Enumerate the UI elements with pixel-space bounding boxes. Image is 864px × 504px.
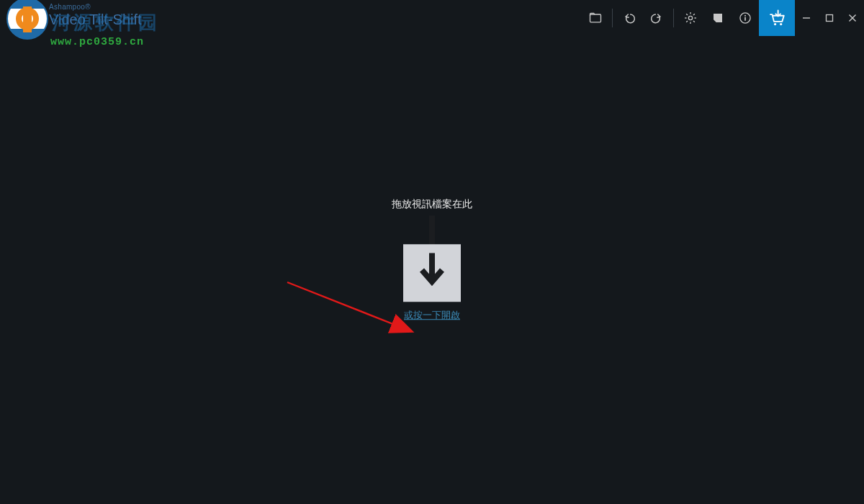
info-button[interactable] (732, 0, 759, 36)
drop-target-box[interactable] (403, 244, 461, 302)
maximize-icon (825, 14, 834, 22)
close-button[interactable] (841, 0, 864, 36)
app-group (677, 0, 759, 36)
shop-button[interactable] (759, 0, 795, 36)
separator (612, 9, 613, 27)
svg-rect-20 (744, 17, 746, 21)
svg-point-21 (774, 23, 776, 25)
maximize-button[interactable] (818, 0, 841, 36)
close-icon (848, 14, 857, 22)
svg-point-9 (688, 16, 692, 19)
cart-download-icon (768, 9, 786, 27)
window-controls (795, 0, 864, 36)
titlebar: Ashampoo® Video Tilt-Shift 河源软件园 www.pc0… (0, 0, 864, 36)
download-into-tray-icon (412, 253, 452, 293)
gear-icon (683, 11, 698, 25)
redo-icon (649, 11, 664, 25)
brand-block: Ashampoo® Video Tilt-Shift 河源软件园 www.pc0… (6, 0, 193, 36)
titlebar-right (582, 0, 864, 36)
svg-line-15 (693, 21, 695, 22)
minimize-icon (802, 14, 811, 22)
separator (673, 9, 674, 27)
note-button[interactable] (704, 0, 732, 36)
drop-graphic (403, 215, 461, 302)
note-icon (711, 12, 724, 24)
info-icon (738, 11, 752, 25)
svg-line-14 (686, 14, 688, 15)
minimize-button[interactable] (795, 0, 818, 36)
file-group (582, 0, 609, 36)
open-file-button[interactable] (582, 0, 609, 36)
svg-point-19 (744, 15, 746, 17)
history-group (616, 0, 670, 36)
svg-line-17 (686, 21, 688, 22)
settings-button[interactable] (677, 0, 704, 36)
drop-hint-label: 拖放視訊檔案在此 (392, 198, 472, 211)
redo-button[interactable] (643, 0, 670, 36)
stage: 拖放視訊檔案在此 或按一下開啟 (0, 36, 864, 504)
svg-rect-8 (590, 14, 601, 22)
undo-icon (622, 11, 636, 25)
svg-point-22 (780, 23, 782, 25)
drop-area: 拖放視訊檔案在此 或按一下開啟 (392, 198, 472, 322)
folder-open-icon (588, 11, 603, 25)
svg-line-16 (693, 14, 695, 15)
svg-rect-24 (827, 15, 833, 22)
undo-button[interactable] (616, 0, 643, 36)
watermark-text-cn: 河源软件园 (52, 10, 160, 35)
open-link[interactable]: 或按一下開啟 (404, 309, 460, 322)
